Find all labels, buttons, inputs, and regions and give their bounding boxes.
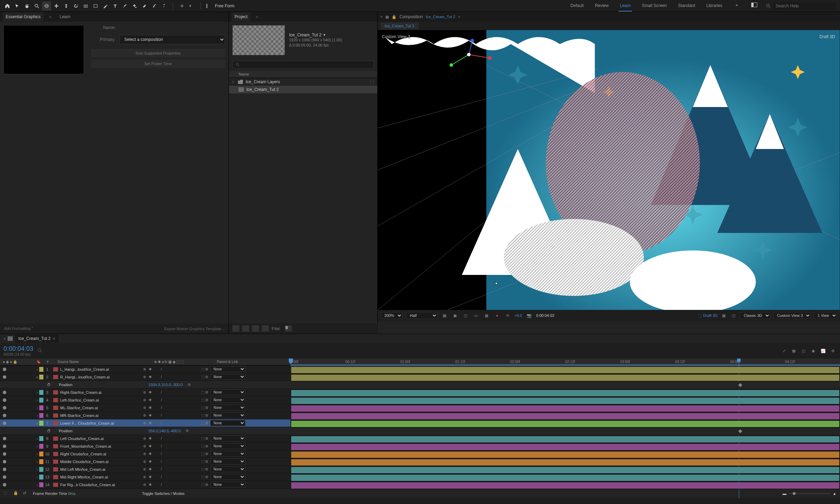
pickwhip-icon[interactable]: ⊚	[205, 421, 208, 425]
layer-name[interactable]: Mid Left Mtn/Ice_Cream.ai	[51, 467, 142, 471]
timeline-track[interactable]	[290, 482, 840, 489]
brush-tool-icon[interactable]	[120, 1, 130, 10]
lock-icon[interactable]: 🔒	[392, 15, 397, 19]
project-view-icon[interactable]	[232, 325, 239, 332]
timeline-track[interactable]	[290, 435, 840, 443]
property-track[interactable]	[290, 428, 840, 435]
exposure-value[interactable]: +0.0	[514, 313, 522, 318]
layer-color-swatch[interactable]	[39, 459, 43, 464]
parent-select[interactable]: None	[210, 443, 245, 449]
parent-select[interactable]: None	[210, 466, 245, 472]
keyframe-icon[interactable]	[738, 383, 742, 387]
tl-expand-icon[interactable]: ⬚	[4, 491, 10, 496]
dolly-tool-icon[interactable]	[62, 1, 71, 10]
home-icon[interactable]	[3, 1, 12, 10]
tl-switch-icon[interactable]: ⇄	[23, 491, 29, 496]
resolution-select[interactable]: Half	[406, 312, 438, 319]
project-comp-item[interactable]: Ice_Cream_Tut 2	[229, 86, 377, 93]
expand-toggle[interactable]: ›	[35, 413, 39, 418]
expand-toggle[interactable]: ›	[35, 390, 39, 395]
tl-shy-icon[interactable]: ⤢	[780, 348, 788, 354]
layer-switches[interactable]: ⊕✱/ ⬚	[142, 444, 205, 448]
timeline-track[interactable]	[290, 374, 840, 382]
tl-graph-icon[interactable]: 📈	[820, 348, 827, 354]
expand-toggle[interactable]: ›	[35, 460, 39, 464]
close-tab-icon[interactable]: ×	[380, 15, 383, 19]
visibility-toggle[interactable]	[3, 445, 6, 448]
comp-menu-icon[interactable]: ≡	[458, 15, 460, 19]
timeline-layer-row[interactable]: › 9 Front_Mountain/Ice_Cream.ai ⊕✱/ ⬚ ⊚ …	[0, 442, 290, 450]
parent-select[interactable]: None	[210, 405, 245, 411]
layer-color-swatch[interactable]	[39, 467, 43, 472]
layer-color-swatch[interactable]	[39, 482, 43, 487]
layer-color-swatch[interactable]	[39, 421, 43, 426]
comp-flow-icon[interactable]: ▦	[385, 15, 389, 19]
layer-switches[interactable]: ⊕✱/ ⬚	[142, 398, 205, 402]
layer-switches[interactable]: ⊕✱/ ⬚	[142, 483, 205, 487]
parent-select[interactable]: None	[210, 420, 245, 426]
zoom-out-icon[interactable]: ▬	[783, 491, 786, 496]
name-column-header[interactable]: Name	[232, 72, 249, 76]
layer-name[interactable]: Far Rig...k Clouds/Ice_Cream.ai	[51, 483, 142, 487]
tl-frame-blend-icon[interactable]: ◫	[800, 348, 807, 354]
puppet-tool-icon[interactable]	[160, 1, 169, 10]
workspace-small[interactable]: Small Screen	[640, 0, 668, 12]
zoom-slider[interactable]	[789, 493, 831, 494]
visibility-toggle[interactable]	[3, 468, 6, 471]
layer-color-swatch[interactable]	[39, 436, 43, 441]
project-folder-item[interactable]: › Ice_Cream Layers ⬚	[229, 78, 377, 86]
timeline-search-icon[interactable]	[37, 348, 43, 354]
layer-color-swatch[interactable]	[39, 405, 43, 410]
3d-ground-icon[interactable]: ▦	[720, 312, 727, 319]
tl-lock-icon[interactable]: 🔒	[13, 491, 20, 496]
timeline-layer-row[interactable]: › 3 Right-Star/Ice_Cream.ai ⊕✱/ ⬚ ⊚ None	[0, 389, 290, 396]
pickwhip-icon[interactable]: ⊚	[205, 436, 208, 441]
timeline-layer-row[interactable]: v 7 Lower F... Clouds/Ice_Cream.ai ⊕✱/ ⬚…	[0, 419, 290, 427]
clone-tool-icon[interactable]	[130, 1, 139, 10]
layer-switches[interactable]: ⊕✱/ ⬚	[142, 452, 205, 456]
layer-color-swatch[interactable]	[39, 375, 43, 379]
expand-toggle[interactable]: ›	[35, 436, 39, 441]
pickwhip-icon[interactable]: ⊚	[205, 398, 208, 402]
add-formatting-button[interactable]: Add Formatting ˅	[4, 326, 34, 331]
comp-name[interactable]: Ice_Cream_Tut 2	[426, 15, 455, 19]
expand-toggle[interactable]: v	[35, 421, 39, 425]
layer-color-swatch[interactable]	[39, 452, 43, 456]
visibility-toggle[interactable]	[3, 414, 6, 417]
grid-icon[interactable]: ▦	[441, 312, 448, 319]
timeline-track[interactable]	[290, 389, 840, 397]
reset-exposure-icon[interactable]: ⟲	[504, 312, 511, 319]
mask-icon[interactable]: ◫	[462, 312, 469, 319]
views-count-select[interactable]: 1 View	[814, 312, 837, 319]
workspace-panel-icon[interactable]	[750, 0, 759, 9]
pickwhip-icon[interactable]: ⊚	[205, 413, 208, 418]
layer-switches[interactable]: ⊕✱/ ⬚	[142, 390, 205, 394]
parent-select[interactable]: None	[210, 389, 245, 395]
visibility-toggle[interactable]	[3, 452, 6, 456]
timeline-layer-row[interactable]: › 12 Mid Left Mtn/Ice_Cream.ai ⊕✱/ ⬚ ⊚ N…	[0, 466, 290, 473]
pan-tool-icon[interactable]	[52, 1, 61, 10]
layer-switches[interactable]: ⊕✱/ ⬚	[142, 421, 205, 425]
layer-name[interactable]: MR-Star/Ice_Cream.ai	[51, 413, 142, 418]
source-name-header[interactable]: Source Name	[55, 360, 153, 364]
pickwhip-icon[interactable]: ⊚	[205, 405, 208, 410]
tl-motion-blur-icon[interactable]: ◉	[810, 348, 817, 354]
pickwhip-icon[interactable]: ⊚	[205, 390, 208, 395]
parent-select[interactable]: None	[210, 435, 245, 441]
project-menu-icon[interactable]: ≡	[256, 15, 258, 19]
expand-toggle[interactable]: ›	[35, 475, 39, 479]
visibility-toggle[interactable]	[3, 391, 6, 394]
expand-toggle[interactable]: ›	[35, 444, 39, 448]
toggle-switches-button[interactable]: Toggle Switches / Modes	[142, 491, 185, 496]
layer-switches[interactable]: ⊕✱/ ⬚	[142, 375, 205, 379]
keyframe-icon[interactable]	[738, 429, 742, 433]
pickwhip-icon[interactable]: ⊚	[205, 467, 208, 471]
layer-name[interactable]: ML-Star/Ice_Cream.ai	[51, 406, 142, 410]
layer-color-swatch[interactable]	[39, 390, 43, 395]
property-track[interactable]	[290, 382, 840, 389]
local-axis-icon[interactable]	[177, 1, 187, 10]
stopwatch-icon[interactable]: ⏱	[46, 429, 52, 433]
panel-menu-icon[interactable]: ≡	[49, 15, 51, 19]
workspace-default[interactable]: Default	[569, 0, 585, 12]
view-select[interactable]: Custom View 3	[773, 312, 811, 319]
